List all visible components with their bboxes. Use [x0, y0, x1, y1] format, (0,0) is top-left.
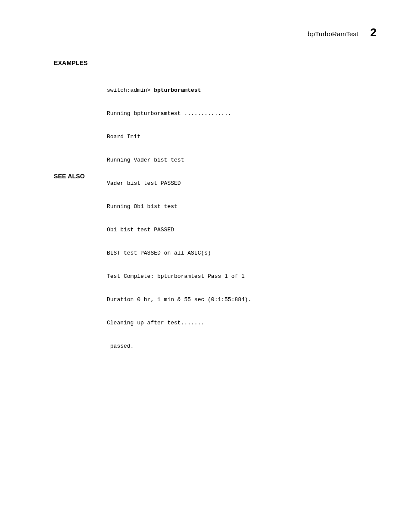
code-line: Test Complete: bpturboramtest Pass 1 of …: [107, 273, 251, 280]
example-code-block: switch:admin> bpturboramtest Running bpt…: [107, 71, 251, 366]
code-line: Cleaning up after test.......: [107, 319, 251, 327]
running-header: bpTurboRamTest 2: [308, 26, 377, 39]
chapter-number: 2: [371, 26, 377, 39]
code-line: passed.: [107, 342, 251, 350]
prompt-text: switch:admin>: [107, 87, 154, 93]
code-line: Running Vader bist test: [107, 156, 251, 164]
code-line: BIST test PASSED on all ASIC(s): [107, 249, 251, 257]
code-line: switch:admin> bpturboramtest: [107, 87, 251, 94]
code-line: Board Init: [107, 133, 251, 141]
code-line: Duration 0 hr, 1 min & 55 sec (0:1:55:88…: [107, 296, 251, 304]
code-line: Running bpturboramtest ..............: [107, 110, 251, 118]
page: bpTurboRamTest 2 EXAMPLES switch:admin> …: [0, 0, 411, 532]
section-heading-see-also: SEE ALSO: [54, 173, 85, 180]
header-title: bpTurboRamTest: [308, 30, 358, 37]
command-text: bpturboramtest: [154, 87, 201, 93]
section-heading-examples: EXAMPLES: [54, 59, 88, 66]
code-line: Running Ob1 bist test: [107, 203, 251, 211]
code-line: Vader bist test PASSED: [107, 180, 251, 187]
code-line: Ob1 bist test PASSED: [107, 226, 251, 234]
